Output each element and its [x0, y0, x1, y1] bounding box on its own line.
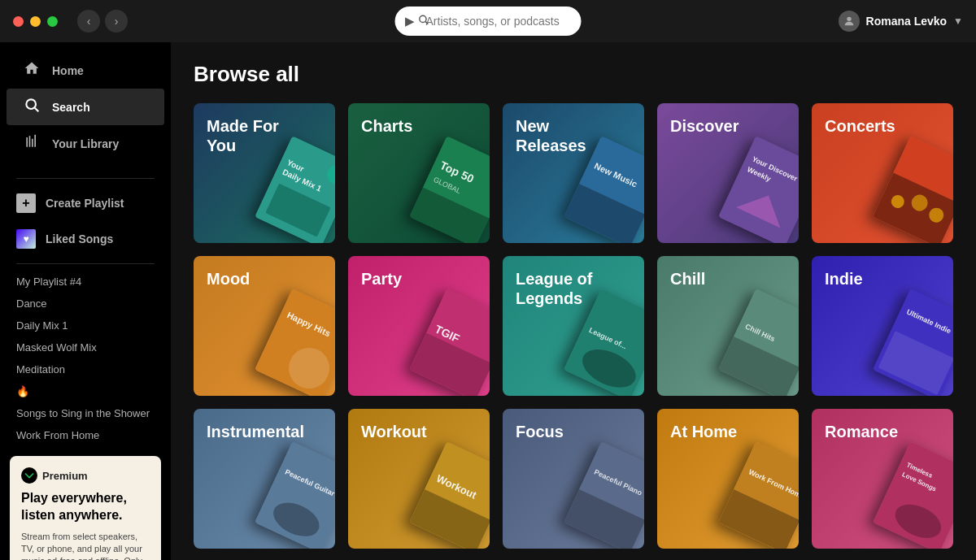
card-label-chill: Chill	[670, 269, 705, 289]
card-discover[interactable]: Discover Your Discover Weekly	[657, 103, 799, 243]
svg-point-5	[21, 467, 37, 484]
user-name: Romana Levko	[866, 15, 948, 28]
card-label-lol: League of Legends	[516, 269, 594, 308]
playlist-item[interactable]: Daily Mix 1	[16, 315, 155, 336]
card-made-for-you[interactable]: Made For You Your Daily Mix 1	[194, 103, 335, 243]
playlist-item[interactable]: Songs to Sing in the Shower	[16, 402, 155, 424]
card-label-concerts: Concerts	[825, 116, 895, 136]
card-label-instrumental: Instrumental	[207, 422, 285, 441]
svg-rect-18	[718, 136, 799, 243]
browse-grid: Made For You Your Daily Mix 1 Charts Top…	[194, 103, 953, 549]
card-label-new-releases: New Releases	[516, 116, 594, 155]
card-new-releases[interactable]: New Releases New Music	[503, 103, 644, 243]
main-layout: Home Search Your Library	[0, 42, 976, 560]
playlist-item[interactable]: 🔥	[16, 380, 155, 402]
playlist-section: My Playlist #4DanceDaily Mix 1Masked Wol…	[0, 271, 171, 446]
maximize-button[interactable]	[47, 16, 58, 27]
card-label-romance: Romance	[825, 422, 898, 441]
card-art-charts: Top 50 GLOBAL	[409, 136, 490, 243]
card-label-mood: Mood	[207, 269, 250, 289]
premium-banner: Premium Play everywhere, listen anywhere…	[10, 456, 161, 560]
card-concerts[interactable]: Concerts	[812, 103, 953, 243]
card-label-focus: Focus	[516, 422, 564, 441]
search-bar-container: ▶	[395, 7, 582, 36]
card-chill[interactable]: Chill Chill Hits	[657, 256, 799, 396]
premium-label: Premium	[42, 470, 88, 482]
card-art-romance: Timeless Love Songs	[873, 441, 953, 549]
card-mood[interactable]: Mood Happy Hits	[194, 256, 335, 396]
card-art-at-home: Work From Home	[718, 441, 799, 549]
card-art-indie: Ultimate Indie	[873, 289, 953, 396]
content-area: Browse all Made For You Your Daily Mix 1…	[171, 42, 976, 560]
user-avatar	[839, 11, 860, 32]
card-party[interactable]: Party TGIF	[348, 256, 490, 396]
card-indie[interactable]: Indie Ultimate Indie	[812, 256, 953, 396]
premium-description: Stream from select speakers, TV, or phon…	[21, 531, 150, 560]
sidebar: Home Search Your Library	[0, 42, 171, 560]
card-label-workout: Workout	[361, 422, 427, 441]
card-label-at-home: At Home	[670, 422, 737, 441]
nav-arrows: ‹ ›	[77, 10, 128, 33]
plus-icon: +	[16, 193, 36, 213]
svg-point-2	[847, 17, 851, 21]
card-art-party: TGIF	[409, 289, 490, 396]
home-icon	[23, 60, 41, 80]
sidebar-nav: Home Search Your Library	[0, 42, 171, 171]
playlist-item[interactable]: My Playlist #4	[16, 271, 155, 293]
playlist-item[interactable]: Meditation	[16, 358, 155, 380]
minimize-button[interactable]	[30, 16, 41, 27]
search-nav-icon	[23, 97, 41, 117]
card-label-charts: Charts	[361, 116, 412, 136]
sidebar-divider-2	[16, 263, 155, 264]
premium-title: Play everywhere, listen anywhere.	[21, 490, 150, 524]
playlist-item[interactable]: Work From Home	[16, 424, 155, 446]
playlist-item[interactable]: Dance	[16, 293, 155, 315]
chevron-down-icon: ▼	[953, 15, 963, 27]
sidebar-item-library[interactable]: Your Library	[7, 125, 164, 162]
card-art-instrumental: Peaceful Guitar	[255, 441, 335, 549]
user-menu[interactable]: Romana Levko ▼	[839, 11, 963, 32]
card-art-focus: Peaceful Piano	[564, 441, 644, 549]
page-title: Browse all	[194, 62, 953, 87]
premium-header: Premium	[21, 467, 150, 484]
create-playlist-action[interactable]: + Create Playlist	[0, 185, 171, 221]
back-button[interactable]: ‹	[77, 10, 100, 33]
close-button[interactable]	[13, 16, 24, 27]
svg-point-0	[420, 15, 426, 22]
card-workout[interactable]: Workout Workout	[348, 409, 490, 549]
svg-point-3	[26, 99, 36, 109]
forward-button[interactable]: ›	[105, 10, 128, 33]
card-lol[interactable]: League of Legends League of...	[503, 256, 644, 396]
card-label-discover: Discover	[670, 116, 739, 136]
svg-line-4	[35, 108, 39, 112]
card-art-chill: Chill Hits	[718, 289, 799, 396]
card-focus[interactable]: Focus Peaceful Piano	[503, 409, 644, 549]
card-label-indie: Indie	[825, 269, 863, 289]
sidebar-item-home[interactable]: Home	[7, 52, 164, 89]
sidebar-divider-1	[16, 178, 155, 179]
card-charts[interactable]: Charts Top 50 GLOBAL	[348, 103, 490, 243]
title-bar: ‹ › ▶ Romana Levko ▼	[0, 0, 976, 42]
window-controls	[13, 16, 58, 27]
card-romance[interactable]: Romance Timeless Love Songs	[812, 409, 953, 549]
card-art-concerts	[873, 136, 953, 243]
card-at-home[interactable]: At Home Work From Home	[657, 409, 799, 549]
search-icon: ▶	[405, 14, 429, 28]
card-label-made-for-you: Made For You	[207, 116, 285, 155]
playlist-item[interactable]: Masked Wolf Mix	[16, 336, 155, 358]
card-art-workout: Workout	[409, 441, 490, 549]
library-icon	[23, 133, 41, 154]
liked-songs-action[interactable]: ♥ Liked Songs	[0, 221, 171, 257]
heart-icon: ♥	[16, 229, 36, 249]
card-instrumental[interactable]: Instrumental Peaceful Guitar	[194, 409, 335, 549]
svg-line-1	[425, 22, 428, 24]
card-label-party: Party	[361, 269, 402, 289]
sidebar-item-search[interactable]: Search	[7, 89, 164, 125]
card-art-discover: Your Discover Weekly	[718, 136, 799, 243]
card-art-mood: Happy Hits	[255, 289, 335, 396]
